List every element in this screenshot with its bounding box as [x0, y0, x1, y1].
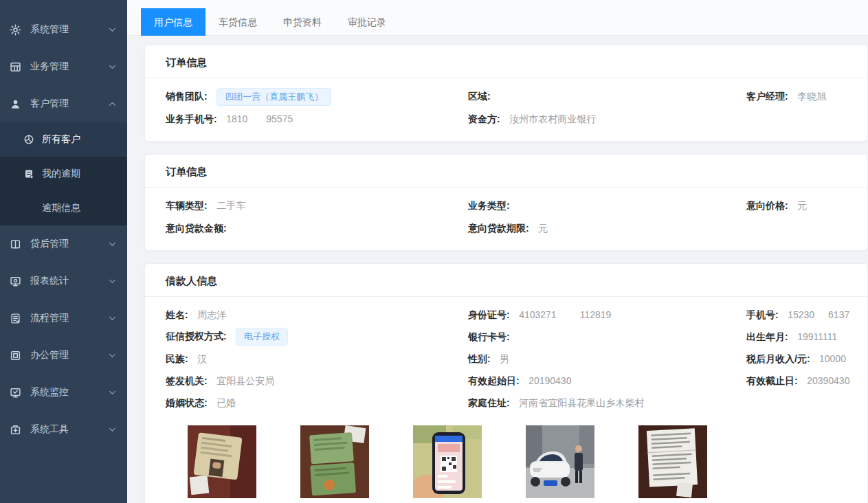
- sidebar-item-system-monitor[interactable]: 系统监控: [0, 374, 127, 411]
- field-credit-auth-method: 征信授权方式: 电子授权: [166, 328, 468, 346]
- content-area: 订单信息 销售团队: 四团一营（直属王鹏飞） 区域: 客户经理: 李晓旭: [127, 36, 868, 503]
- field-monthly-income: 税后月收入/元: 10000: [746, 353, 847, 366]
- chevron-down-icon: [109, 27, 116, 32]
- redaction-overlay: [814, 311, 828, 320]
- field-name: 姓名: 周志洋: [166, 309, 468, 322]
- field-home-address: 家庭住址: 河南省宜阳县花果山乡木柴村: [468, 396, 746, 410]
- sidebar-item-post-loan-management[interactable]: 贷后管理: [0, 225, 127, 262]
- order-info-card-1: 订单信息 销售团队: 四团一营（直属王鹏飞） 区域: 客户经理: 李晓旭: [144, 45, 868, 142]
- field-region: 区域:: [468, 90, 746, 103]
- card-title: 借款人信息: [145, 264, 867, 297]
- chevron-down-icon: [109, 279, 116, 284]
- sidebar-subitem-overdue-info[interactable]: 逾期信息: [0, 191, 127, 225]
- borrower-info-card: 借款人信息 姓名: 周志洋 身份证号: 4103271112819 手机号: 1…: [144, 263, 868, 503]
- office-icon: [10, 350, 21, 361]
- chevron-down-icon: [109, 353, 116, 358]
- gear-icon: [10, 24, 21, 36]
- card-title: 订单信息: [145, 155, 867, 188]
- chevron-down-icon: [109, 390, 116, 395]
- other-document-photo[interactable]: 其他资料: [638, 425, 707, 503]
- sidebar-subitem-all-customers[interactable]: 所有客户: [0, 122, 127, 157]
- field-marital-status: 婚姻状态: 已婚: [166, 396, 468, 410]
- sidebar-item-label: 流程管理: [30, 312, 69, 324]
- field-valid-to: 有效截止日: 20390430: [746, 375, 849, 388]
- order-info-card-2: 订单信息 车辆类型: 二手车 业务类型: 意向价格: 元: [144, 154, 868, 251]
- chevron-down-icon: [109, 427, 116, 432]
- sidebar-item-business-management[interactable]: 业务管理: [0, 48, 127, 85]
- chevron-down-icon: [109, 65, 116, 69]
- field-id-number: 身份证号: 4103271112819: [468, 309, 746, 322]
- redaction-overlay: [557, 311, 580, 320]
- field-vehicle-type: 车辆类型: 二手车: [166, 199, 468, 212]
- grid-icon: [10, 61, 21, 73]
- field-intent-price: 意向价格: 元: [746, 199, 847, 212]
- sidebar-item-customer-management[interactable]: 客户管理: [0, 85, 127, 122]
- toolbox-icon: [10, 424, 21, 436]
- field-business-phone: 业务手机号: 181095575: [166, 113, 468, 126]
- field-phone: 手机号: 152306137: [746, 309, 849, 322]
- field-birth-date: 出生年月: 19911111: [746, 331, 847, 344]
- sidebar-subitem-my-overdue[interactable]: 我的逾期: [0, 157, 127, 191]
- sidebar-item-label: 贷后管理: [30, 238, 69, 250]
- field-bank-card: 银行卡号:: [468, 331, 746, 344]
- monitor-icon: [10, 387, 21, 399]
- field-gender: 性别: 男: [468, 353, 746, 366]
- tab-approval-records[interactable]: 审批记录: [335, 8, 399, 36]
- sidebar-item-label: 系统工具: [30, 423, 69, 436]
- sidebar: 系统管理 业务管理 客户管理 所有客户 我的逾期 逾期信息: [0, 0, 127, 503]
- sidebar-submenu-customer-management: 所有客户 我的逾期 逾期信息: [0, 122, 127, 225]
- field-sales-team: 销售团队: 四团一营（直属王鹏飞）: [166, 88, 468, 106]
- tab-car-loan-info[interactable]: 车贷信息: [205, 8, 270, 36]
- field-business-type: 业务类型:: [468, 199, 746, 212]
- tab-bar: 用户信息 车贷信息 申贷资料 审批记录: [127, 0, 868, 36]
- sidebar-item-process-management[interactable]: 流程管理: [0, 300, 127, 337]
- chevron-down-icon: [109, 316, 116, 321]
- chevron-down-icon: [109, 242, 116, 247]
- field-intent-loan-amount: 意向贷款金额:: [166, 222, 468, 235]
- field-intent-loan-term: 意向贷款期限: 元: [468, 222, 746, 235]
- sidebar-item-label: 系统监控: [30, 386, 69, 399]
- sidebar-subitem-label: 逾期信息: [42, 202, 80, 214]
- report-icon: [10, 276, 21, 287]
- sidebar-item-report-statistics[interactable]: 报表统计: [0, 262, 127, 300]
- field-valid-from: 有效起始日: 20190430: [468, 375, 746, 388]
- flow-icon: [10, 313, 21, 324]
- field-issuing-authority: 签发机关: 宜阳县公安局: [166, 375, 468, 388]
- authorization-screenshot-photo[interactable]: 授权截图: [413, 425, 482, 503]
- chevron-up-icon: [109, 102, 116, 107]
- field-ethnicity: 民族: 汉: [166, 353, 468, 366]
- tab-user-info[interactable]: 用户信息: [141, 8, 205, 36]
- book-icon: [10, 238, 21, 250]
- sidebar-item-label: 客户管理: [30, 98, 69, 110]
- sidebar-item-label: 业务管理: [30, 60, 69, 73]
- user-icon: [10, 98, 21, 110]
- sidebar-item-office-management[interactable]: 办公管理: [0, 337, 127, 374]
- person-car-photo[interactable]: 人车照: [526, 425, 594, 503]
- sidebar-item-label: 办公管理: [30, 349, 69, 361]
- sidebar-item-system-tools[interactable]: 系统工具: [0, 411, 127, 448]
- sidebar-subitem-label: 我的逾期: [42, 168, 80, 180]
- sidebar-subitem-label: 所有客户: [42, 133, 80, 146]
- sidebar-item-system-management[interactable]: 系统管理: [0, 11, 127, 48]
- sidebar-item-label: 系统管理: [30, 23, 69, 36]
- field-account-manager: 客户经理: 李晓旭: [746, 90, 847, 103]
- document-icon: [23, 168, 34, 179]
- credit-auth-tag: 电子授权: [236, 328, 288, 346]
- sales-team-tag[interactable]: 四团一营（直属王鹏飞）: [216, 88, 331, 106]
- card-title: 订单信息: [145, 45, 867, 78]
- pie-icon: [23, 134, 34, 145]
- tab-loan-application-materials[interactable]: 申贷资料: [270, 8, 335, 36]
- main-content: 用户信息 车贷信息 申贷资料 审批记录 订单信息 销售团队: 四团一营（直属王鹏…: [127, 0, 868, 503]
- household-register-photo[interactable]: 户口本照片: [300, 425, 369, 503]
- redaction-overlay: [247, 115, 266, 124]
- id-card-photo[interactable]: 身份证: [188, 425, 256, 503]
- field-funder: 资金方: 汝州市农村商业银行: [468, 113, 746, 126]
- document-photos: 身份证: [166, 425, 847, 503]
- sidebar-item-label: 报表统计: [30, 275, 69, 287]
